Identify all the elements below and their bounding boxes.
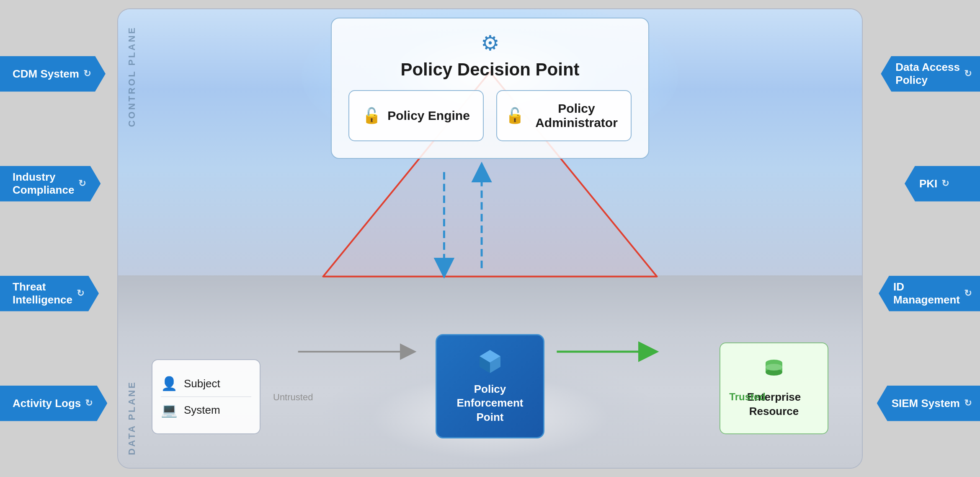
control-plane-label: CONTROL PLANE	[126, 26, 137, 127]
pep-cube-icon	[445, 348, 535, 378]
activity-logs-label: Activity Logs	[13, 397, 81, 410]
activity-logs-icon: ↻	[85, 398, 93, 409]
policy-administrator-box: 🔓 Policy Administrator	[496, 90, 632, 141]
svg-point-11	[766, 364, 782, 371]
diagram-area: CONTROL PLANE DATA PLANE	[117, 8, 863, 469]
policy-engine-label: Policy Engine	[387, 109, 470, 123]
threat-intelligence-label: ThreatIntelligence	[13, 280, 72, 306]
sidebar-item-activity-logs[interactable]: Activity Logs ↻	[0, 386, 107, 421]
enterprise-resource-box: Enterprise Resource	[720, 342, 828, 434]
cdm-system-label: CDM System	[13, 67, 79, 80]
cdm-system-icon: ↻	[83, 68, 91, 79]
siem-system-label: SIEM System	[892, 397, 960, 410]
policy-decision-point-box: ⚙ Policy Decision Point 🔓 Policy Engine …	[331, 18, 649, 159]
pki-label: PKI	[919, 177, 937, 190]
industry-compliance-icon: ↻	[78, 178, 86, 189]
untrusted-label: Untrusted	[273, 392, 313, 403]
sidebar-item-cdm-system[interactable]: CDM System ↻	[0, 56, 106, 92]
sidebar-item-id-management[interactable]: IDManagement ↻	[879, 276, 980, 311]
pdp-title: Policy Decision Point	[348, 60, 632, 80]
data-plane-label: DATA PLANE	[126, 381, 137, 455]
id-management-icon: ↻	[964, 288, 972, 299]
left-sidebar: CDM System ↻ IndustryCompliance ↻ Threat…	[0, 0, 117, 477]
pki-icon: ↻	[941, 178, 949, 189]
siem-system-icon: ↻	[964, 398, 972, 409]
sidebar-item-threat-intelligence[interactable]: ThreatIntelligence ↻	[0, 276, 99, 311]
data-access-policy-label: Data AccessPolicy	[895, 61, 960, 87]
system-label: System	[184, 404, 220, 417]
right-sidebar: Data AccessPolicy ↻ PKI ↻ IDManagement ↻…	[863, 0, 980, 477]
sidebar-item-industry-compliance[interactable]: IndustryCompliance ↻	[0, 166, 101, 202]
system-item: 💻 System	[161, 397, 251, 423]
system-icon: 💻	[161, 402, 178, 418]
policy-admin-icon: 🔓	[505, 107, 524, 124]
subject-label: Subject	[184, 377, 220, 390]
id-management-label: IDManagement	[893, 280, 960, 306]
sub-boxes: 🔓 Policy Engine 🔓 Policy Administrator	[348, 90, 632, 141]
subject-item: 👤 Subject	[161, 371, 251, 397]
outer-container: CDM System ↻ IndustryCompliance ↻ Threat…	[0, 0, 980, 477]
subject-person-icon: 👤	[161, 376, 178, 391]
policy-enforcement-point-box: PolicyEnforcementPoint	[436, 334, 544, 438]
data-access-policy-icon: ↻	[964, 68, 972, 79]
sidebar-item-pki[interactable]: PKI ↻	[905, 166, 980, 202]
threat-intelligence-icon: ↻	[77, 288, 84, 299]
trusted-label: Trusted	[729, 391, 766, 403]
database-icon	[729, 358, 819, 386]
policy-engine-box: 🔓 Policy Engine	[348, 90, 484, 141]
sidebar-item-siem-system[interactable]: SIEM System ↻	[877, 386, 980, 421]
pep-title: PolicyEnforcementPoint	[445, 382, 535, 425]
gear-icon: ⚙	[348, 31, 632, 55]
industry-compliance-label: IndustryCompliance	[13, 171, 74, 197]
policy-engine-icon: 🔓	[362, 107, 381, 124]
policy-admin-label: Policy Administrator	[531, 101, 622, 130]
subject-system-box: 👤 Subject 💻 System	[152, 359, 260, 434]
sidebar-item-data-access-policy[interactable]: Data AccessPolicy ↻	[881, 56, 980, 92]
